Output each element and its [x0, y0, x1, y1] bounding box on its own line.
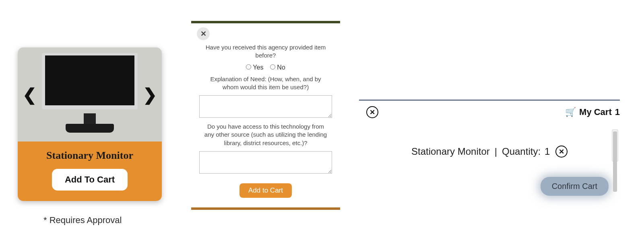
other-access-textarea[interactable] [199, 151, 332, 174]
cart-label: My Cart [579, 107, 612, 117]
radio-yes-label: Yes [253, 64, 263, 71]
modal-add-to-cart-button[interactable]: Add to Cart [239, 183, 292, 198]
radio-no[interactable]: No [270, 64, 285, 71]
product-image: ❮ ❯ [18, 47, 162, 141]
separator: | [495, 146, 497, 157]
product-title: Stationary Monitor [25, 150, 155, 162]
radio-no-label: No [277, 64, 285, 71]
monitor-illustration [42, 53, 138, 133]
cart-title[interactable]: 🛒 My Cart 1 [565, 107, 620, 117]
add-to-cart-button[interactable]: Add To Cart [52, 169, 128, 191]
cart-icon: 🛒 [565, 107, 576, 117]
question-other-access: Do you have access to this technology fr… [203, 123, 328, 147]
close-cart-icon[interactable]: ✕ [366, 106, 378, 118]
requires-approval-note: * Requires Approval [43, 215, 122, 226]
chevron-left-icon[interactable]: ❮ [23, 85, 37, 105]
explanation-textarea[interactable] [199, 95, 332, 118]
remove-item-icon[interactable]: ✕ [555, 146, 568, 158]
quantity-label: Quantity: [502, 146, 541, 157]
add-item-modal: ✕ Have you received this agency provided… [191, 21, 340, 210]
close-icon[interactable]: ✕ [197, 27, 210, 40]
radio-yes[interactable]: Yes [246, 64, 263, 71]
quantity-value: 1 [545, 146, 550, 157]
cart-header: ✕ 🛒 My Cart 1 [359, 100, 620, 118]
product-card: ❮ ❯ Stationary Monitor Add To Cart [18, 47, 162, 201]
cart-line-item: Stationary Monitor | Quantity: 1 ✕ [359, 146, 620, 158]
confirm-cart-button[interactable]: Confirm Cart [541, 177, 609, 196]
radio-group-prior: Yes No [199, 64, 332, 71]
cart-count: 1 [615, 107, 620, 117]
cart-item-name: Stationary Monitor [411, 146, 490, 157]
scrollbar[interactable] [612, 129, 618, 162]
chevron-right-icon[interactable]: ❯ [143, 85, 157, 105]
cart-popout: ✕ 🛒 My Cart 1 Stationary Monitor | Quant… [359, 100, 620, 158]
question-prior-received: Have you received this agency provided i… [203, 43, 328, 60]
product-card-body: Stationary Monitor Add To Cart [18, 141, 162, 201]
question-explanation: Explanation of Need: (How, when, and by … [203, 75, 328, 92]
